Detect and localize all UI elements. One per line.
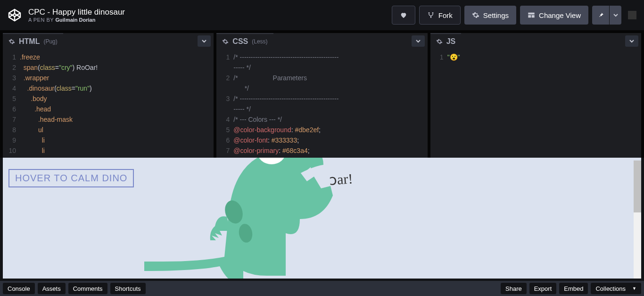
assets-button[interactable]: Assets	[38, 283, 66, 294]
svg-point-3	[429, 12, 430, 14]
html-editor-body[interactable]: 12345678910 .freeze span(class="cry") Ro…	[3, 49, 214, 158]
pen-byline: A PEN BY Guilmain Dorian	[28, 17, 125, 23]
fork-button[interactable]: Fork	[419, 6, 461, 25]
footer-right: Share Export Embed Collections ▼	[501, 283, 641, 294]
pen-author[interactable]: Guilmain Dorian	[56, 17, 96, 23]
codepen-logo-icon[interactable]	[8, 8, 22, 22]
comments-button[interactable]: Comments	[68, 283, 107, 294]
pen-title[interactable]: CPC - Happy little dinosaur	[28, 8, 125, 17]
html-editor: HTML (Pug) 12345678910 .freeze span(clas…	[3, 33, 214, 158]
css-editor-body[interactable]: 1234567 /* -----------------------------…	[216, 49, 427, 158]
hover-label: HOVER TO CALM DINO	[8, 169, 134, 187]
editors-row: HTML (Pug) 12345678910 .freeze span(clas…	[0, 30, 644, 158]
js-editor-tab[interactable]: JS	[430, 33, 462, 49]
gear-icon[interactable]	[8, 38, 15, 45]
svg-point-4	[432, 12, 434, 14]
js-gutter: 1	[430, 49, 447, 158]
footer-left: Console Assets Comments Shortcuts	[3, 283, 146, 294]
love-button[interactable]	[392, 6, 415, 25]
footer: Console Assets Comments Shortcuts Share …	[0, 281, 644, 296]
js-collapse[interactable]	[625, 35, 638, 47]
export-button[interactable]: Export	[529, 283, 557, 294]
settings-button[interactable]: Settings	[464, 6, 516, 25]
header-left: CPC - Happy little dinosaur A PEN BY Gui…	[8, 8, 125, 23]
css-editor: CSS (Less) 1234567 /* ------------------…	[216, 33, 427, 158]
js-label: JS	[446, 37, 456, 46]
svg-rect-8	[532, 15, 535, 17]
css-editor-header: CSS (Less)	[216, 33, 427, 49]
collections-button[interactable]: Collections ▼	[591, 283, 641, 294]
gear-icon[interactable]	[222, 38, 229, 45]
dinosaur-graphic	[135, 158, 342, 279]
html-editor-header: HTML (Pug)	[3, 33, 214, 49]
preview-scrollbar[interactable]	[634, 161, 641, 279]
svg-rect-6	[528, 13, 534, 15]
css-gutter: 1234567	[216, 49, 233, 158]
embed-button[interactable]: Embed	[559, 283, 588, 294]
scrollbar-thumb[interactable]	[634, 161, 641, 212]
pin-button[interactable]	[592, 6, 609, 25]
share-button[interactable]: Share	[501, 283, 527, 294]
shortcuts-button[interactable]: Shortcuts	[110, 283, 146, 294]
console-button[interactable]: Console	[3, 283, 35, 294]
css-label: CSS	[232, 37, 248, 46]
html-editor-tab[interactable]: HTML (Pug)	[3, 33, 63, 49]
js-editor-header: JS	[430, 33, 641, 49]
svg-rect-7	[528, 15, 531, 17]
css-code[interactable]: /* -------------------------------------…	[233, 49, 427, 158]
preview-pane[interactable]: HOVER TO CALM DINO ᴐar!	[3, 158, 641, 279]
avatar[interactable]	[628, 11, 636, 19]
html-collapse[interactable]	[198, 35, 211, 47]
html-sub: (Pug)	[43, 38, 57, 45]
chevron-down-icon: ▼	[627, 286, 636, 291]
header-actions: Fork Settings Change View	[392, 6, 636, 25]
js-code[interactable]: "😮"	[447, 49, 641, 158]
pin-dropdown[interactable]	[609, 6, 621, 25]
css-collapse[interactable]	[412, 35, 425, 47]
js-editor: JS 1 "😮"	[430, 33, 641, 158]
app-header: CPC - Happy little dinosaur A PEN BY Gui…	[0, 0, 644, 30]
css-editor-tab[interactable]: CSS (Less)	[216, 33, 273, 49]
title-block: CPC - Happy little dinosaur A PEN BY Gui…	[28, 8, 125, 23]
pin-group	[592, 6, 621, 25]
gear-icon[interactable]	[436, 38, 443, 45]
js-editor-body[interactable]: 1 "😮"	[430, 49, 641, 158]
html-label: HTML	[19, 37, 40, 46]
html-gutter: 12345678910	[3, 49, 20, 158]
html-code[interactable]: .freeze span(class="cry") RoOar! .wrappe…	[20, 49, 214, 158]
change-view-button[interactable]: Change View	[520, 6, 588, 25]
css-sub: (Less)	[252, 38, 267, 45]
svg-point-5	[430, 17, 432, 18]
